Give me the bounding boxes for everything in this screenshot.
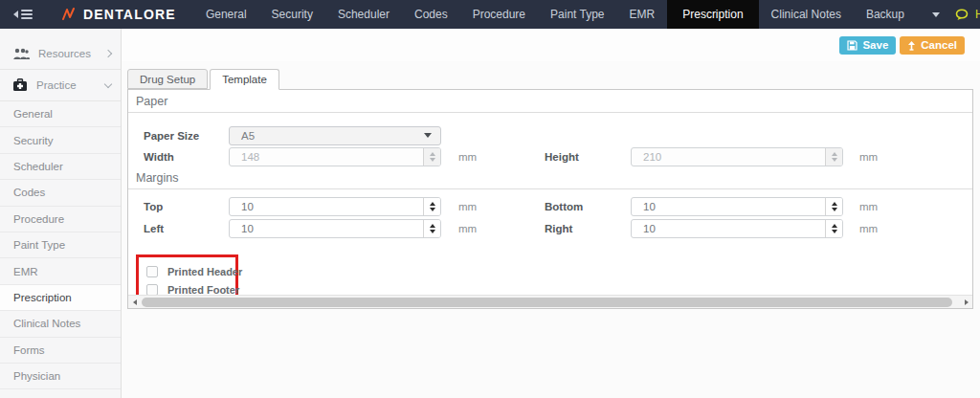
- medical-kit-icon: [12, 78, 28, 92]
- topnav-item-prescription[interactable]: Prescription: [667, 0, 758, 29]
- tab-template[interactable]: Template: [210, 69, 279, 90]
- sidebar-group-resources[interactable]: Resources: [0, 38, 121, 70]
- stepper-up-icon: [430, 152, 435, 156]
- margin-bottom-stepper[interactable]: [825, 198, 842, 215]
- margin-right-label: Right: [545, 223, 631, 234]
- sidebar-item-scheduler[interactable]: Scheduler: [0, 154, 121, 180]
- margin-bottom-unit: mm: [843, 201, 972, 212]
- scrollbar-thumb[interactable]: [142, 298, 952, 307]
- margin-top-label: Top: [144, 201, 229, 212]
- chevron-down-icon: [424, 133, 432, 138]
- margin-left-stepper[interactable]: [423, 220, 440, 237]
- paper-size-value: A5: [241, 130, 255, 142]
- scroll-left-arrow[interactable]: [128, 296, 141, 308]
- topnav-more-dropdown[interactable]: [917, 0, 955, 29]
- stepper-down-icon: [832, 158, 837, 162]
- sidebar-item-codes[interactable]: Codes: [0, 180, 121, 206]
- sidebar-item-security[interactable]: Security: [0, 127, 121, 153]
- topnav-item-security[interactable]: Security: [259, 0, 325, 29]
- sidebar-item-clinical-notes[interactable]: Clinical Notes: [0, 311, 121, 337]
- scroll-right-arrow[interactable]: [960, 296, 972, 308]
- printed-footer-label: Printed Footer: [167, 284, 239, 296]
- cancel-button[interactable]: Cancel: [900, 36, 965, 55]
- topnav-item-general[interactable]: General: [193, 0, 259, 29]
- sidebar-group-label: Resources: [38, 48, 97, 59]
- template-settings-panel: Paper Paper Size A5 Width mm Height: [127, 89, 973, 309]
- collapse-arrow-icon: [13, 11, 18, 18]
- height-input-wrap: [631, 147, 843, 166]
- topnav-item-emr[interactable]: EMR: [617, 0, 668, 29]
- margin-top-input[interactable]: [229, 197, 441, 216]
- level-up-arrow-icon: [907, 40, 916, 51]
- height-label: Height: [545, 151, 631, 163]
- width-input[interactable]: [229, 147, 441, 166]
- paper-size-select[interactable]: A5: [229, 126, 441, 145]
- main-content: Save Cancel Drug Setup Template Paper Pa…: [122, 29, 980, 398]
- margin-bottom-input[interactable]: [631, 197, 843, 216]
- topnav-item-paint-type[interactable]: Paint Type: [538, 0, 616, 29]
- top-navigation: General Security Scheduler Codes Procedu…: [193, 0, 955, 29]
- sidebar-item-procedure[interactable]: Procedure: [0, 207, 121, 232]
- margins-left-right-row: Left mm Right mm: [128, 218, 972, 238]
- width-input-wrap: [229, 147, 441, 166]
- margins-section-title: Margins: [128, 171, 972, 189]
- topbar: DENTALORE General Security Scheduler Cod…: [0, 0, 980, 29]
- sidebar-item-general[interactable]: General: [0, 101, 121, 127]
- height-unit: mm: [843, 151, 972, 163]
- tab-bar: Drug Setup Template: [127, 69, 980, 89]
- margin-right-stepper[interactable]: [825, 220, 842, 237]
- floppy-disk-icon: [847, 40, 858, 51]
- margin-top-input-wrap: [229, 197, 441, 216]
- paper-dimensions-row: Width mm Height mm: [128, 146, 972, 166]
- brand-logo-icon: [61, 7, 77, 22]
- printed-header-option: Printed Header: [146, 262, 235, 280]
- printed-footer-checkbox[interactable]: [146, 284, 158, 296]
- margin-left-label: Left: [144, 223, 229, 234]
- stepper-down-icon: [832, 208, 837, 211]
- topnav-item-clinical-notes[interactable]: Clinical Notes: [759, 0, 854, 29]
- help-menu[interactable]: Help?: [955, 8, 980, 21]
- topnav-item-codes[interactable]: Codes: [402, 0, 460, 29]
- paper-size-row: Paper Size A5: [128, 125, 972, 145]
- hamburger-icon: [21, 10, 33, 19]
- margin-left-input[interactable]: [229, 219, 441, 238]
- chevron-down-icon: [104, 79, 112, 87]
- sidebar-item-forms[interactable]: Forms: [0, 338, 121, 364]
- width-stepper[interactable]: [423, 148, 440, 166]
- horizontal-scrollbar[interactable]: [128, 295, 972, 308]
- margin-bottom-label: Bottom: [545, 201, 631, 212]
- stepper-up-icon: [832, 224, 837, 228]
- save-button[interactable]: Save: [839, 36, 896, 55]
- margin-right-unit: mm: [843, 223, 972, 234]
- tab-drug-setup[interactable]: Drug Setup: [127, 69, 208, 89]
- margin-top-unit: mm: [441, 201, 545, 212]
- stepper-up-icon: [430, 224, 435, 228]
- sidebar-item-paint-type[interactable]: Paint Type: [0, 232, 121, 258]
- margin-right-input-wrap: [631, 219, 843, 238]
- sidebar-item-prescription[interactable]: Prescription: [0, 285, 121, 311]
- chat-bubble-icon: [955, 9, 969, 21]
- height-stepper[interactable]: [825, 148, 842, 166]
- annotation-highlight-box: Printed Header Printed Footer: [136, 254, 238, 298]
- sidebar-item-emr[interactable]: EMR: [0, 258, 121, 284]
- stepper-down-icon: [832, 230, 837, 233]
- brand[interactable]: DENTALORE: [44, 0, 193, 29]
- margin-bottom-input-wrap: [631, 197, 843, 216]
- stepper-down-icon: [430, 230, 435, 233]
- sidebar-group-label: Practice: [36, 79, 97, 91]
- sidebar-item-physician[interactable]: Physician: [0, 364, 121, 389]
- printed-header-checkbox[interactable]: [146, 266, 158, 277]
- paper-size-label: Paper Size: [144, 130, 229, 142]
- help-label: Help?: [975, 8, 980, 21]
- margin-top-stepper[interactable]: [423, 198, 440, 215]
- width-unit: mm: [441, 151, 545, 163]
- height-input[interactable]: [631, 147, 843, 166]
- chevron-right-icon: [104, 50, 112, 57]
- margin-right-input[interactable]: [631, 219, 843, 238]
- sidebar-collapse-icon[interactable]: [0, 0, 44, 29]
- sidebar-group-practice[interactable]: Practice: [0, 70, 121, 101]
- topnav-item-scheduler[interactable]: Scheduler: [325, 0, 402, 29]
- topnav-item-backup[interactable]: Backup: [854, 0, 917, 29]
- cancel-button-label: Cancel: [921, 39, 957, 51]
- topnav-item-procedure[interactable]: Procedure: [460, 0, 538, 29]
